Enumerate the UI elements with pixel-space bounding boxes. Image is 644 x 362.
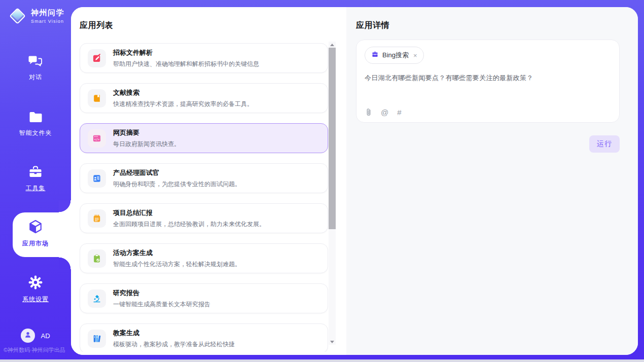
app-description: 全面回顾项目进展，总结经验教训，助力未来优化发展。 — [113, 220, 265, 229]
paperclip-icon[interactable] — [365, 107, 372, 117]
sidebar-item-label: 对话 — [0, 73, 71, 82]
notch-corner-bottom — [59, 257, 71, 269]
clipboard-check-icon — [88, 249, 106, 268]
briefcase-icon — [371, 51, 379, 60]
app-description: 模板驱动，教案秒成，教学准备从此轻松快捷 — [113, 340, 235, 349]
sidebar-item-smart-folder[interactable]: 智能文件夹 — [0, 111, 71, 137]
app-card-8[interactable]: 教案生成 模板驱动，教案秒成，教学准备从此轻松快捷 — [80, 323, 328, 352]
app-name: 网页摘要 — [113, 128, 180, 137]
app-list: 招标文件解析 帮助用户快速、准确地理解和解析招标书中的关键信息 文献搜索 快速精… — [80, 43, 328, 352]
app-list-scrollbar[interactable] — [329, 42, 336, 345]
app-logo: 神州问学 Smart Vision — [8, 7, 64, 25]
browser-code-icon: </> — [88, 129, 106, 148]
folder-icon — [28, 117, 43, 125]
chip-close-icon[interactable]: × — [413, 52, 417, 59]
logo-diamond-icon — [8, 7, 26, 25]
app-name: 项目总结汇报 — [113, 208, 265, 218]
prompt-card[interactable]: Bing搜索 × 今日湖北有哪些新闻要点？有哪些需要关注的最新政策？ @ # — [356, 40, 620, 123]
app-card-2[interactable]: 文献搜索 快速精准查找学术资源，提高研究效率的必备工具。 — [80, 83, 328, 113]
app-name: 产品经理面试官 — [113, 168, 241, 177]
sidebar-item-label: 工具集 — [0, 184, 71, 193]
app-card-7[interactable]: 研究报告 一键智能生成高质量长文本研究报告 — [80, 283, 328, 313]
sidebar-item-toolset[interactable]: 工具集 — [0, 165, 71, 193]
mention-icon[interactable]: @ — [381, 108, 388, 117]
book-icon — [88, 89, 106, 107]
sidebar-item-chat[interactable]: 对话 — [0, 55, 71, 82]
app-name: 教案生成 — [113, 329, 235, 338]
svg-text:</>: </> — [94, 138, 100, 141]
app-description: 每日政府新闻资讯快查。 — [113, 140, 180, 149]
books-icon — [88, 330, 106, 348]
tool-chip-label: Bing搜索 — [382, 51, 409, 60]
user-account[interactable]: AD — [0, 329, 71, 343]
run-button[interactable]: 运行 — [589, 135, 620, 153]
app-name: 研究报告 — [113, 288, 210, 298]
sidebar-item-label: 应用市场 — [0, 239, 71, 248]
composer-toolbar: @ # — [365, 107, 402, 117]
bottom-strip — [0, 359, 644, 362]
hash-icon[interactable]: # — [397, 108, 401, 117]
scroll-up-arrow[interactable] — [329, 42, 336, 48]
cube-icon — [28, 227, 43, 236]
app-list-panel: 应用列表 招标文件解析 帮助用户快速、准确地理解和解析招标书中的关键信息 文献搜… — [71, 7, 346, 355]
app-description: 一键智能生成高质量长文本研究报告 — [113, 300, 210, 309]
report-note-icon — [88, 209, 106, 228]
brand-name: 神州问学 — [31, 8, 64, 18]
sidebar-item-settings[interactable]: 系统设置 — [0, 275, 71, 304]
person-icon — [24, 331, 32, 341]
app-detail-panel: 应用详情 Bing搜索 × 今日湖北有哪些新闻要点？有哪些需要关注的最新政策？ — [346, 7, 638, 355]
app-name: 文献搜索 — [113, 88, 253, 97]
app-detail-title: 应用详情 — [356, 20, 620, 31]
main-panel: 应用列表 招标文件解析 帮助用户快速、准确地理解和解析招标书中的关键信息 文献搜… — [71, 7, 638, 355]
sidebar-item-label: 智能文件夹 — [0, 129, 71, 137]
app-card-3[interactable]: </> 网页摘要 每日政府新闻资讯快查。 — [80, 123, 328, 153]
toolbox-icon — [28, 172, 43, 180]
app-card-5[interactable]: 项目总结汇报 全面回顾项目进展，总结经验教训，助力未来优化发展。 — [80, 203, 328, 233]
app-card-4[interactable]: 产品经理面试官 明确身份和职责，为您提供专业性的面试问题。 — [80, 163, 328, 193]
scrollbar-thumb[interactable] — [329, 48, 336, 229]
sidebar: 神州问学 Smart Vision 对话 智能文件夹 工具集 — [0, 0, 71, 359]
app-description: 快速精准查找学术资源，提高研究效率的必备工具。 — [113, 100, 253, 108]
brand-subtitle: Smart Vision — [31, 19, 64, 24]
chat-icon — [28, 61, 43, 69]
tool-chip-bing-search[interactable]: Bing搜索 × — [365, 47, 424, 64]
scroll-down-arrow[interactable] — [329, 339, 336, 345]
interview-icon — [88, 169, 106, 188]
gear-icon — [28, 283, 43, 292]
app-description: 帮助用户快速、准确地理解和解析招标书中的关键信息 — [113, 60, 259, 68]
app-description: 明确身份和职责，为您提供专业性的面试问题。 — [113, 180, 241, 189]
sidebar-item-label: 系统设置 — [0, 295, 71, 304]
app-description: 智能生成个性化活动方案，轻松解决规划难题。 — [113, 260, 241, 269]
user-name: AD — [41, 332, 50, 340]
sidebar-item-app-market[interactable]: 应用市场 — [0, 219, 71, 248]
copyright-text: ©神州数码·神州问学出品 — [4, 346, 73, 354]
query-text[interactable]: 今日湖北有哪些新闻要点？有哪些需要关注的最新政策？ — [365, 74, 611, 83]
microscope-icon — [88, 289, 106, 308]
app-name: 招标文件解析 — [113, 48, 259, 57]
document-edit-icon — [88, 49, 106, 67]
avatar — [21, 329, 35, 343]
notch-corner-top — [59, 200, 71, 212]
app-list-title: 应用列表 — [80, 20, 113, 31]
app-name: 活动方案生成 — [113, 248, 241, 258]
app-card-6[interactable]: 活动方案生成 智能生成个性化活动方案，轻松解决规划难题。 — [80, 243, 328, 273]
app-card-1[interactable]: 招标文件解析 帮助用户快速、准确地理解和解析招标书中的关键信息 — [80, 43, 328, 73]
